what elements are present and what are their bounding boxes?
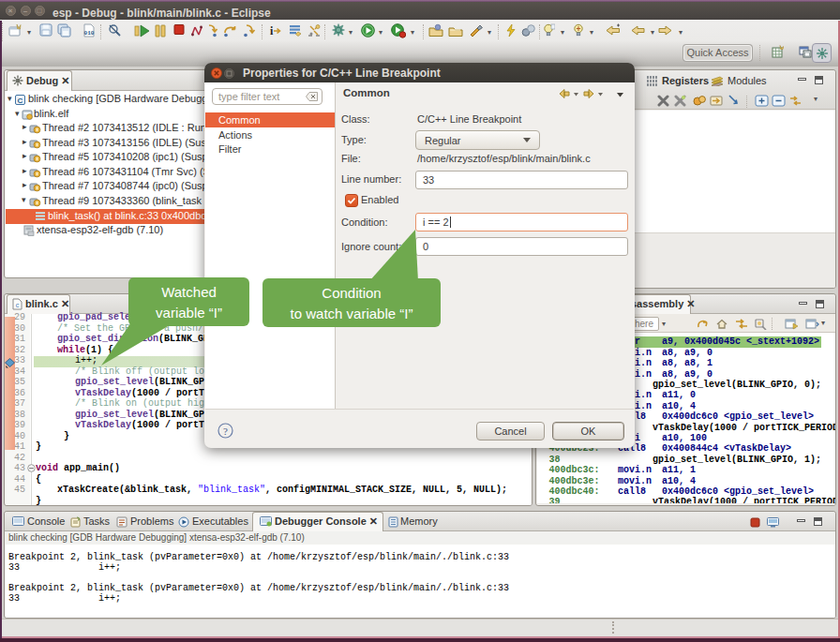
svg-text:010: 010 <box>84 30 95 37</box>
svg-text:C: C <box>18 97 23 105</box>
svg-text:?: ? <box>223 426 228 437</box>
svg-text:c: c <box>15 302 19 309</box>
svg-text:i: i <box>270 24 274 37</box>
